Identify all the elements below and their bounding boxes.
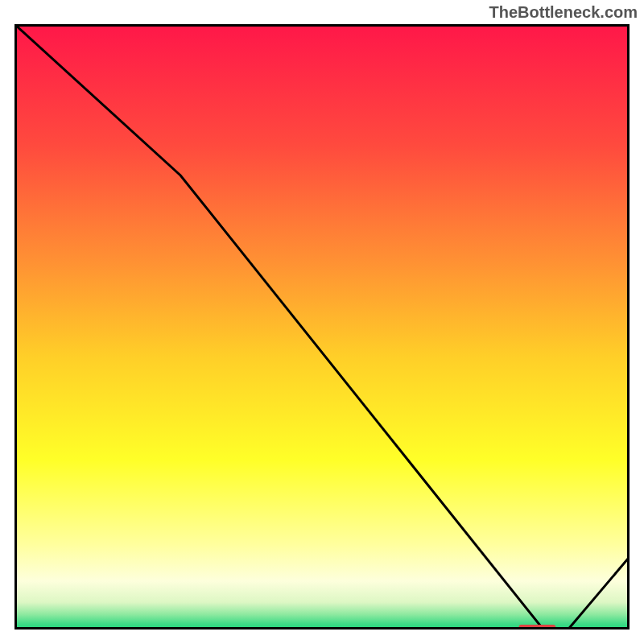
attribution-text: TheBottleneck.com xyxy=(489,3,638,22)
bottleneck-chart xyxy=(14,24,630,630)
chart-container xyxy=(14,24,630,630)
plot-background xyxy=(14,24,630,630)
